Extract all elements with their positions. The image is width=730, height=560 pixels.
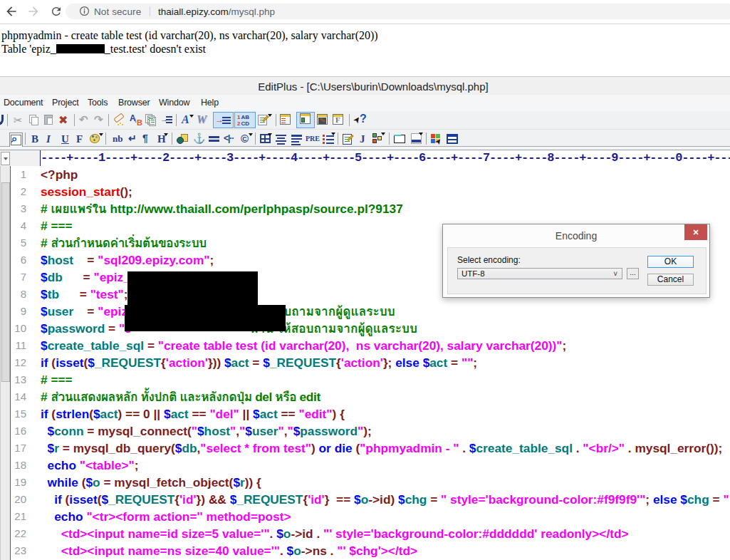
tb-abcd[interactable]: 1AB2CD xyxy=(234,112,256,128)
btn-back xyxy=(4,4,19,19)
ruler: ----+----1----+----2----+----3----+----4… xyxy=(0,150,730,166)
tb-win3[interactable] xyxy=(316,113,329,128)
tb-font[interactable]: A xyxy=(181,113,194,128)
encoding-dialog: Encoding ✕ Select encoding: UTF-8˅ ... O… xyxy=(442,224,710,298)
tb-italic[interactable]: I xyxy=(45,133,58,147)
encoding-select[interactable]: UTF-8˅ xyxy=(457,268,622,279)
tb-cut[interactable]: ✂ xyxy=(13,113,26,128)
encoding-more[interactable]: ... xyxy=(627,268,639,279)
tb-nbsp[interactable]: nb xyxy=(111,133,124,147)
tb-settings[interactable] xyxy=(257,113,271,128)
btn-cancel[interactable]: Cancel xyxy=(647,274,694,286)
tb-win2[interactable] xyxy=(296,112,315,128)
menu-window[interactable]: Window xyxy=(159,98,189,108)
browser-screenshot: Not secure thaiall.epizy.com/mysql.php p… xyxy=(0,0,730,560)
tb-wrapmode[interactable]: → xyxy=(213,112,234,128)
tb-highlight[interactable] xyxy=(113,113,125,128)
tb-underline[interactable]: U xyxy=(60,133,73,147)
tb-align[interactable] xyxy=(291,133,303,147)
tb-para[interactable]: ¶ xyxy=(142,133,155,147)
tb-view[interactable]: ⌕ xyxy=(9,133,23,147)
tb-open[interactable] xyxy=(393,133,406,147)
tb-undo[interactable]: ↶ xyxy=(78,113,91,128)
tb-heading[interactable]: H xyxy=(156,133,169,147)
tb-delete[interactable]: ✖ xyxy=(58,113,71,128)
menu-tools[interactable]: Tools xyxy=(88,98,108,108)
dialog-close[interactable]: ✕ xyxy=(684,224,707,240)
tb-win1[interactable] xyxy=(279,113,292,128)
tb-win4[interactable]: F xyxy=(332,113,345,128)
tb-copy[interactable] xyxy=(28,113,41,128)
tb-indent[interactable]: → xyxy=(160,113,173,128)
tb-panel[interactable] xyxy=(410,133,423,147)
titlebar: EditPlus - [C:\Users\burin\Downloads\mys… xyxy=(0,76,730,95)
tb-fontsz[interactable]: F xyxy=(75,133,88,147)
menu-browser[interactable]: Browser xyxy=(118,98,150,108)
page-output: phpmyadmin - create table test (id varch… xyxy=(1,29,378,56)
tb-wrap[interactable]: W xyxy=(197,113,211,128)
tb-objects[interactable] xyxy=(371,133,385,147)
tb-table[interactable] xyxy=(259,133,272,147)
menu-project[interactable]: Project xyxy=(52,98,79,108)
tb-winlogo[interactable]: ➤ xyxy=(429,133,442,147)
redaction-inline xyxy=(56,44,105,53)
browser-chrome: Not secure thaiall.epizy.com/mysql.php xyxy=(0,0,730,24)
menu-help[interactable]: Help xyxy=(201,98,219,108)
tb-java[interactable]: J xyxy=(358,133,371,147)
tb-color[interactable] xyxy=(89,133,103,147)
tb-tag[interactable]: <|·· xyxy=(224,133,236,147)
tb-replace[interactable]: A↓B xyxy=(130,113,142,128)
tb-copies[interactable] xyxy=(145,113,157,128)
tb-char[interactable]: © xyxy=(240,133,253,147)
btn-reload xyxy=(50,5,63,18)
tb-script[interactable] xyxy=(342,133,355,147)
toolbar-html: ⌕BIUFnb↵¶H⚓<|··©PREJ➤ xyxy=(0,130,730,147)
toolbar-main: ✂✖↶↷A↓B→AW→1AB2CDF➤? xyxy=(0,111,730,130)
btn-ok[interactable]: OK xyxy=(647,256,694,268)
tb-br[interactable]: ↵ xyxy=(127,133,140,147)
btn-fwd xyxy=(26,4,41,19)
address-bar[interactable]: Not secure thaiall.epizy.com/mysql.php xyxy=(66,4,730,19)
tb-image[interactable] xyxy=(177,133,189,147)
tb-frame[interactable] xyxy=(446,133,459,147)
tb-help[interactable]: ➤? xyxy=(353,113,370,128)
tb-paste[interactable] xyxy=(43,113,56,128)
editplus-window: EditPlus - [C:\Users\burin\Downloads\mys… xyxy=(0,76,730,560)
menubar: Document Project Tools Browser Window He… xyxy=(0,95,730,111)
line-numbers: 1234567891011121314151617181920212223 xyxy=(0,166,26,559)
menu-document[interactable]: Document xyxy=(4,98,43,108)
tb-bold[interactable]: B xyxy=(30,133,43,147)
tb-redo[interactable]: ↷ xyxy=(93,113,106,128)
tb-list[interactable] xyxy=(321,133,335,147)
tb-pre[interactable]: PRE xyxy=(306,133,320,147)
tb-anchor[interactable]: ⚓ xyxy=(192,133,205,147)
tb-hr[interactable] xyxy=(208,133,221,147)
redaction-b xyxy=(125,305,286,331)
redaction-a xyxy=(127,271,258,305)
tb-center[interactable] xyxy=(275,133,288,147)
